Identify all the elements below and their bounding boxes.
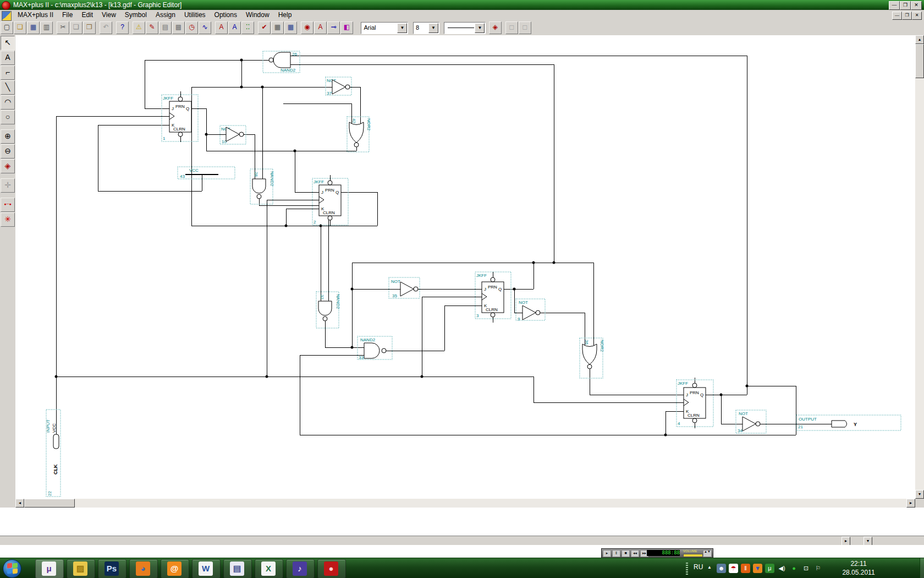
menu-utilities[interactable]: Utilities [180, 10, 210, 20]
start-button[interactable] [3, 559, 21, 578]
tray-expand-icon[interactable]: ▲ [707, 565, 712, 570]
component-not-10[interactable]: NOT10 [220, 126, 246, 144]
component-not-34[interactable]: NOT34 [736, 410, 766, 433]
component-not-9[interactable]: NOT9 [516, 299, 545, 321]
pause-orange-icon[interactable]: ‖ [741, 564, 750, 573]
vertical-scroll-thumb[interactable] [915, 44, 924, 78]
menu-assign[interactable]: Assign [151, 10, 180, 20]
paste-icon[interactable]: ❒ [83, 21, 96, 34]
horizontal-scrollbar[interactable]: ◂ ▸ [15, 499, 915, 508]
component-output-21[interactable]: OUTPUT21Y [796, 415, 901, 430]
player-pause-button[interactable]: ‖ [612, 550, 620, 557]
menu-window[interactable]: Window [241, 10, 274, 20]
assign-pin-icon[interactable]: A [228, 21, 241, 34]
snap-dim-tool[interactable]: ✛ [1, 178, 15, 193]
menu-edit[interactable]: Edit [77, 10, 97, 20]
menu-help[interactable]: Help [274, 10, 296, 20]
taskbar-app-photoshop[interactable]: Ps [98, 559, 127, 578]
menu-max-plus-ii[interactable]: MAX+plus II [13, 10, 58, 20]
component-input-22[interactable]: INPUTVCCCLK22 [46, 410, 61, 497]
red-line-tool[interactable]: ●─● [1, 198, 15, 212]
component-vcc-43[interactable]: VCC43 [178, 167, 235, 179]
view-text-icon[interactable]: A [314, 21, 327, 34]
scroll-down-icon[interactable]: ▾ [915, 490, 924, 499]
player-play-button[interactable]: ▸ [603, 550, 611, 557]
player-volume-slider[interactable] [683, 554, 703, 557]
taskbar-app-mailru-agent[interactable]: @ [161, 559, 189, 578]
menu-symbol[interactable]: Symbol [120, 10, 151, 20]
zoom-out-tool[interactable]: ⊖ [1, 144, 15, 159]
taskbar-app-firefox[interactable]: ◕ [129, 559, 158, 578]
view-gate-icon[interactable]: ◧ [340, 21, 353, 34]
new-doc-icon[interactable]: ▢ [1, 21, 13, 34]
network-error-icon[interactable]: ⚐ [813, 564, 823, 573]
download-icon[interactable]: ▼ [753, 564, 762, 573]
taskbar-app-maxplus2[interactable]: μ [35, 559, 64, 578]
line-style-combobox[interactable]: ▼ [444, 22, 486, 34]
save-archive-icon[interactable]: ▦ [271, 21, 284, 34]
player-prev-button[interactable]: ◂◂ [631, 550, 639, 557]
player-stop-button[interactable]: ■ [622, 550, 630, 557]
taskbar-app-excel[interactable]: X [255, 559, 283, 578]
view-wire-icon[interactable]: ⊸ [327, 21, 340, 34]
taskbar-app-word[interactable]: W [192, 559, 221, 578]
font-combobox[interactable]: Arial ▼ [361, 22, 408, 34]
menu-view[interactable]: View [97, 10, 120, 20]
taskbar-app-media-player[interactable]: ♪ [286, 559, 315, 578]
save-sim-icon[interactable]: ▦ [284, 21, 297, 34]
menu-options[interactable]: Options [210, 10, 241, 20]
avira-icon[interactable]: ☂ [729, 564, 738, 573]
assign-device-icon[interactable]: A [215, 21, 228, 34]
component-not-37[interactable]: NOT37 [326, 77, 351, 96]
view-fit-icon[interactable]: ◉ [301, 21, 314, 34]
save-floppy-icon[interactable]: ▦ [27, 21, 40, 34]
maxplus-tray-icon[interactable]: μ [765, 564, 774, 573]
clock[interactable]: 22:11 28.05.2011 [835, 559, 882, 577]
horizontal-scroll-thumb[interactable] [24, 499, 75, 508]
arc-tool[interactable]: ◠ [1, 95, 15, 110]
font-dropdown-icon[interactable]: ▼ [397, 23, 407, 33]
component-not-35[interactable]: NOT35 [389, 277, 420, 298]
red-break-tool[interactable]: ✳ [1, 212, 15, 227]
taskbar-app-explorer-folder[interactable]: ▨ [67, 559, 95, 578]
component-nor2-36[interactable]: NOR236 [580, 338, 604, 378]
component-jkff-1[interactable]: JKFF1PRNCLRNJKQ [162, 95, 198, 141]
agent-status-icon[interactable]: ● [789, 564, 799, 573]
vertical-scrollbar[interactable]: ▴ ▾ [915, 35, 924, 499]
circle-tool[interactable]: ○ [1, 110, 15, 124]
component-nand2-26[interactable]: NAND226 [263, 51, 300, 73]
font-size-dropdown-icon[interactable]: ▼ [428, 23, 438, 33]
component-jkff-4[interactable]: JKFF4PRNCLRNJKQ [676, 380, 713, 427]
font-size-combobox[interactable]: 8 ▼ [413, 22, 439, 34]
minimize-button[interactable]: — [889, 1, 900, 10]
close-button[interactable]: ✕ [911, 1, 922, 10]
diagonal-line-tool[interactable]: ╲ [1, 80, 15, 95]
mdi-minimize-button[interactable]: — [892, 12, 902, 20]
symbol-edit-icon[interactable]: ✎ [146, 21, 158, 34]
component-nand2-33[interactable]: NAND233 [358, 336, 392, 360]
display-icon[interactable]: ⊡ [801, 564, 811, 573]
component-jkff-2[interactable]: JKFF2PRNCLRNJKQ [312, 178, 348, 225]
strip-down-icon[interactable]: ▾ [864, 537, 872, 546]
strip-right-icon[interactable]: ▸ [842, 537, 850, 546]
maximize-button[interactable]: ❐ [900, 1, 911, 10]
volume-icon[interactable]: ◀) [777, 564, 787, 573]
taskbar-app-red-app[interactable]: ● [317, 559, 346, 578]
mdi-close-button[interactable]: ✕ [912, 12, 922, 20]
context-help-icon[interactable]: ? [116, 21, 129, 34]
open-folder-icon[interactable]: ❏ [14, 21, 26, 34]
user-agent-icon[interactable]: ☻ [717, 564, 726, 573]
symbol-dialog-icon[interactable]: ◈ [489, 21, 502, 34]
mdi-restore-button[interactable]: ❐ [902, 12, 912, 20]
print-icon[interactable]: ▥ [40, 21, 53, 34]
show-desktop-button[interactable] [920, 558, 924, 578]
scroll-right-icon[interactable]: ▸ [906, 499, 915, 508]
text-tool[interactable]: A [1, 51, 15, 65]
schematic-canvas[interactable]: NAND226NOT37JKFF1PRNCLRNJKQNOT10NOR242VC… [15, 35, 915, 499]
menu-file[interactable]: File [58, 10, 77, 20]
timing-icon[interactable]: ◷ [185, 21, 198, 34]
line-style-dropdown-icon[interactable]: ▼ [475, 23, 485, 33]
fit-view-tool[interactable]: ◈ [1, 159, 15, 173]
cut-icon[interactable]: ✂ [57, 21, 69, 34]
zoom-in-tool[interactable]: ⊕ [1, 129, 15, 144]
